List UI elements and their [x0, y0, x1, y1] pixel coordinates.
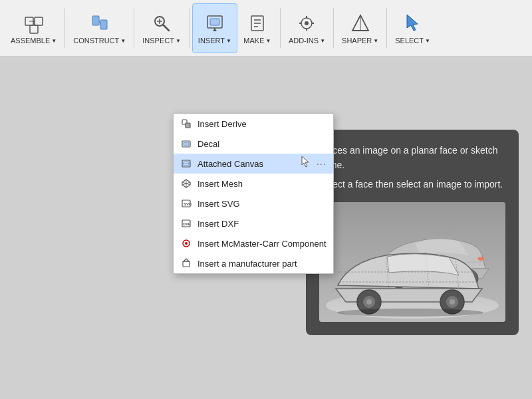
construct-icon [88, 11, 112, 35]
svg-point-47 [185, 242, 188, 245]
menu-item-manufacturer[interactable]: Insert a manufacturer part [174, 253, 333, 273]
svg-point-21 [305, 21, 309, 25]
info-panel-image [319, 202, 505, 322]
menu-item-insert-dxf[interactable]: DXF Insert DXF [174, 213, 333, 233]
shaper-icon [348, 11, 372, 35]
menu-item-insert-svg-label: Insert SVG [198, 199, 327, 209]
manufacturer-icon [180, 257, 192, 269]
toolbar-insert[interactable]: INSERT ▼ [192, 3, 237, 53]
decal-icon [180, 138, 192, 150]
svg-point-69 [337, 309, 483, 317]
menu-item-decal-label: Decal [198, 139, 327, 149]
svg-rect-33 [184, 142, 189, 146]
info-line2: Select a face then select an image to im… [319, 177, 505, 192]
svg-marker-29 [407, 15, 418, 31]
menu-item-insert-svg[interactable]: SVG Insert SVG [174, 194, 333, 213]
insert-derive-icon [180, 118, 192, 130]
svg-rect-5 [92, 16, 99, 25]
info-line1: Places an image on a planar face or sket… [319, 143, 505, 173]
insert-dxf-icon: DXF [180, 217, 192, 229]
svg-text:DXF: DXF [183, 222, 191, 226]
inspect-label: INSPECT ▼ [142, 37, 181, 45]
menu-item-insert-dxf-label: Insert DXF [198, 219, 327, 229]
menu-item-manufacturer-label: Insert a manufacturer part [198, 259, 327, 269]
svg-line-9 [163, 25, 169, 31]
inspect-icon [150, 11, 174, 35]
toolbar-make[interactable]: MAKE ▼ [237, 3, 277, 53]
attached-canvas-dots: ··· [317, 158, 327, 169]
svg-rect-48 [183, 261, 190, 267]
menu-item-insert-mesh-label: Insert Mesh [198, 179, 327, 189]
toolbar-addins[interactable]: ADD-INS ▼ [283, 3, 331, 53]
divider-1 [65, 8, 65, 48]
shaper-label: SHAPER ▼ [342, 37, 378, 45]
insert-dropdown: Insert Derive Decal Attached Canvas ··· [173, 113, 334, 274]
menu-item-insert-derive[interactable]: Insert Derive [174, 114, 333, 134]
insert-svg-icon: SVG [180, 198, 192, 209]
svg-rect-2 [30, 25, 38, 33]
menu-item-insert-mesh[interactable]: Insert Mesh [174, 174, 333, 194]
menu-item-mcmaster-label: Insert McMaster-Carr Component [198, 239, 327, 249]
assemble-label: ASSEMBLE ▼ [11, 37, 57, 45]
toolbar-inspect[interactable]: INSPECT ▼ [137, 3, 186, 53]
insert-label: INSERT ▼ [198, 37, 231, 45]
insert-icon [203, 11, 227, 35]
menu-item-attached-canvas-label: Attached Canvas [198, 159, 311, 169]
toolbar-construct[interactable]: CONSTRUCT ▼ [68, 3, 131, 53]
info-panel: Places an image on a planar face or sket… [306, 130, 519, 335]
divider-2 [134, 8, 134, 48]
construct-label: CONSTRUCT ▼ [73, 37, 126, 45]
svg-marker-49 [184, 259, 189, 261]
assemble-icon [22, 11, 46, 35]
select-label: SELECT ▼ [395, 37, 430, 45]
divider-6 [386, 8, 387, 48]
toolbar-assemble[interactable]: ASSEMBLE ▼ [5, 3, 62, 53]
car-illustration [319, 202, 505, 322]
main-canvas: Insert Derive Decal Attached Canvas ··· [0, 57, 532, 399]
addins-label: ADD-INS ▼ [289, 37, 325, 45]
make-icon [245, 11, 269, 35]
make-label: MAKE ▼ [243, 37, 271, 45]
insert-mesh-icon [180, 178, 192, 190]
mcmaster-icon [180, 237, 192, 249]
menu-item-decal[interactable]: Decal [174, 134, 333, 154]
toolbar: ASSEMBLE ▼ CONSTRUCT ▼ [0, 0, 532, 57]
attached-canvas-icon [180, 158, 192, 170]
svg-rect-13 [210, 19, 219, 25]
info-panel-description: Places an image on a planar face or sket… [319, 143, 505, 192]
select-icon [401, 11, 425, 35]
menu-item-mcmaster[interactable]: Insert McMaster-Carr Component [174, 233, 333, 253]
divider-5 [333, 8, 334, 48]
toolbar-shaper[interactable]: SHAPER ▼ [336, 3, 384, 53]
svg-point-68 [450, 299, 455, 305]
svg-rect-1 [35, 17, 43, 25]
divider-3 [189, 8, 190, 48]
divider-4 [280, 8, 281, 48]
svg-text:SVG: SVG [184, 202, 192, 206]
addins-icon [295, 11, 319, 35]
toolbar-select[interactable]: SELECT ▼ [390, 3, 436, 53]
menu-item-insert-derive-label: Insert Derive [198, 119, 327, 129]
svg-rect-6 [100, 20, 107, 29]
svg-point-65 [366, 299, 372, 305]
menu-item-attached-canvas[interactable]: Attached Canvas ··· [174, 154, 333, 174]
svg-point-57 [477, 257, 484, 261]
svg-rect-31 [186, 123, 190, 128]
